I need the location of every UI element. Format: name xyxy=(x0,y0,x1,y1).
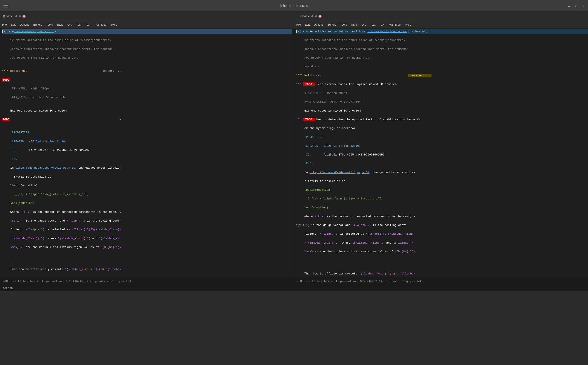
maximize-button[interactable]: ◇ xyxy=(575,3,578,8)
right-status-bar: -UUU:--- F1 hierbem-work-journal.org 83%… xyxy=(294,277,588,285)
menu-edit[interactable]: Edit xyxy=(11,23,15,26)
left-tab-close[interactable]: ✕ xyxy=(22,15,26,18)
left-editor-pane: File Edit Options Buffers Tools Table Or… xyxy=(0,21,294,285)
menu-table[interactable]: Table xyxy=(57,23,63,26)
r-line-2: jects/hierbem/tests/units/op-precond-mas… xyxy=(296,47,587,51)
right-menu-tools[interactable]: Tools xyxy=(340,23,347,26)
line-18: r matrix is assembled as xyxy=(2,175,292,179)
line-15: :ID: f1d25a62-87bb-4595-a840-b569586620b… xyxy=(2,148,292,153)
right-menu-tex[interactable]: TeX xyxy=(380,23,384,26)
right-menu-yasnippet[interactable]: YASnippet xyxy=(388,23,401,26)
line-27: . xyxy=(2,254,292,258)
panes-container: File Edit Options Buffers Tools Table Or… xyxy=(0,21,588,285)
line-5: **** References :noexport:... xyxy=(2,69,292,73)
folded-label: FOLDED xyxy=(3,287,13,290)
left-tab-cmd-icon[interactable]: ⌘ xyxy=(15,14,18,18)
right-editor-pane: File Edit Options Buffers Tools Table Or… xyxy=(294,21,588,285)
r-line-26: . xyxy=(296,258,587,263)
right-tab[interactable]: ~: emacs ⌘ ⧉ ✕ xyxy=(294,11,325,21)
r-line-12: :PROPERTIES: xyxy=(296,135,587,139)
r-line-22: \(v_i \) is the gauge vector and \(\alph… xyxy=(296,223,587,227)
line-1: 12 errors detected in the compilation of… xyxy=(2,38,292,42)
right-menu-text[interactable]: Text xyxy=(370,23,375,26)
line-3: /op-precond-mass-matrix-for-neumann.cu". xyxy=(2,56,292,60)
left-tab-copy-icon[interactable]: ⧉ xyxy=(19,14,21,18)
r-line-7: #+ATTR_HTML: :width 700px xyxy=(296,91,587,95)
menu-file[interactable]: File xyxy=(2,23,7,26)
r-line-20: \end{equation} xyxy=(296,206,587,210)
menu-tools[interactable]: Tools xyxy=(46,23,53,26)
right-menu-options[interactable]: Options xyxy=(314,23,324,26)
line-29: Then how to efficiently compute \(\lambd… xyxy=(2,267,292,272)
line-24: ficient. \(\alpha \) is selected as \(\f… xyxy=(2,227,292,232)
menu-yasnippet[interactable]: YASnippet xyxy=(94,23,107,26)
line-6: TODO xyxy=(2,78,292,82)
right-tab-cmd-icon[interactable]: ⌘ xyxy=(311,14,314,18)
r-line-23: ficient. \(\alpha \) is selected as \(\f… xyxy=(296,232,587,236)
right-menu-help[interactable]: Help xyxy=(405,23,411,26)
r-line-25: \max} \) are the minimum and maximum eig… xyxy=(296,250,587,254)
right-menu-buffers[interactable]: Buffers xyxy=(327,23,336,26)
title-bar-right: 🗕 ◇ ✕ xyxy=(567,3,585,8)
r-line-16: In citep:&SmirnovaCalderon2013 page 54, … xyxy=(296,170,587,175)
right-code-area[interactable]: [-] < >dielectrics.orgnuplot.orghealth.o… xyxy=(294,28,588,277)
window-title: () home — Konsole xyxy=(280,4,308,7)
line-10: Extreme cases in mixed BC problem xyxy=(2,109,292,113)
right-menu-edit[interactable]: Edit xyxy=(305,23,310,26)
menu-text[interactable]: Text xyxy=(76,23,81,26)
left-menu-bar: File Edit Options Buffers Tools Table Or… xyxy=(0,21,294,28)
line-26: \max} \) are the minimum and maximum eig… xyxy=(2,245,292,250)
menu-tex[interactable]: TeX xyxy=(85,23,90,26)
line-22: where \(k \) is the number of connected … xyxy=(2,210,292,214)
left-tab-label: () home xyxy=(3,14,13,18)
right-menu-file[interactable]: File xyxy=(296,23,301,26)
line-16: :END: xyxy=(2,157,292,161)
line-13: :PROPERTIES: xyxy=(2,131,292,135)
minimize-button[interactable]: 🗕 xyxy=(567,3,571,8)
right-line-header: [-] < >dielectrics.orgnuplot.orghealth.o… xyxy=(296,29,587,34)
right-status-text: -UUU:--- F1 hierbem-work-journal.org 83%… xyxy=(297,280,425,283)
right-tab-close[interactable]: ✕ xyxy=(318,15,322,18)
menu-org[interactable]: Org xyxy=(68,23,72,26)
line-21: \end{equation} xyxy=(2,201,292,205)
r-line-10: *** TODO How to determine the optimal fa… xyxy=(296,117,587,122)
right-menu-org[interactable]: Org xyxy=(361,23,366,26)
menu-help[interactable]: Help xyxy=(111,23,117,26)
r-line-28: Then how to efficiently compute \(\lambd… xyxy=(296,272,587,276)
line-17: In citep:&SmirnovaCalderon2013 page 54, … xyxy=(2,166,292,170)
title-bar: () home — Konsole 🗕 ◇ ✕ xyxy=(0,0,588,11)
left-status-text: -UUU:--- F1 hierbem-work-journal.org 83%… xyxy=(3,280,131,283)
menu-buffers[interactable]: Buffers xyxy=(33,23,42,26)
left-status-bar: -UUU:--- F1 hierbem-work-journal.org 83%… xyxy=(0,277,294,285)
r-line-1: 12 errors detected in the compilation of… xyxy=(296,38,587,42)
line-25: + \lambda_{\max}) \), where \(\lambda_{\… xyxy=(2,236,292,241)
line-2: jects/hierbem/tests/units/op-precond-mas… xyxy=(2,47,292,51)
left-editor-content[interactable]: [-] = =hierbem-work-journal.org= 12 erro… xyxy=(0,28,294,277)
r-line-19: D_{hs} + \alpha \sum_{i=1}^k v_i\cdot v_… xyxy=(296,197,587,201)
right-tab-label: ~: emacs xyxy=(297,14,309,18)
right-editor-content[interactable]: [-] < >dielectrics.orgnuplot.orghealth.o… xyxy=(294,28,588,277)
left-tab-panel: () home ⌘ ⧉ ✕ xyxy=(0,11,294,21)
right-menu-table[interactable]: Table xyxy=(351,23,358,26)
r-line-15: :END: xyxy=(296,161,587,166)
r-line-13: :CREATED: <2025-01-14 Tue 12:10> xyxy=(296,144,587,148)
line-header: [-] = =hierbem-work-journal.org= xyxy=(2,29,292,34)
line-8: :FIX_LATEX: :width 0.5\textwidth xyxy=(2,95,292,100)
line-14: :CREATED: <2025-01-14 Tue 12:10> xyxy=(2,140,292,144)
folded-bar: FOLDED xyxy=(0,285,588,291)
left-code-area[interactable]: [-] = =hierbem-work-journal.org= 12 erro… xyxy=(0,28,294,277)
close-button[interactable]: ✕ xyxy=(581,3,585,8)
r-line-11: or the hyper singular operator xyxy=(296,126,587,131)
right-tab-copy-icon[interactable]: ⧉ xyxy=(315,14,317,18)
line-7: :FIX_HTML: :width 700px xyxy=(2,87,292,91)
r-line-24: + \lambda_{\max}) \), where \(\lambda_{\… xyxy=(296,241,587,245)
right-menu-bar: File Edit Options Buffers Tools Table Or… xyxy=(294,21,588,28)
hamburger-icon[interactable] xyxy=(3,4,8,7)
r-line-3: /op-precond-mass-matrix-for-neumann.cu". xyxy=(296,56,587,60)
menu-options[interactable]: Options xyxy=(20,23,29,26)
r-line-5: **** References :noexport:... xyxy=(296,73,587,78)
left-tab[interactable]: () home ⌘ ⧉ ✕ xyxy=(0,11,29,21)
r-line-18: \begin{equation} xyxy=(296,188,587,192)
line-11: TODO \ xyxy=(2,117,292,122)
tab-bar: () home ⌘ ⧉ ✕ ~: emacs ⌘ ⧉ ✕ xyxy=(0,11,588,21)
